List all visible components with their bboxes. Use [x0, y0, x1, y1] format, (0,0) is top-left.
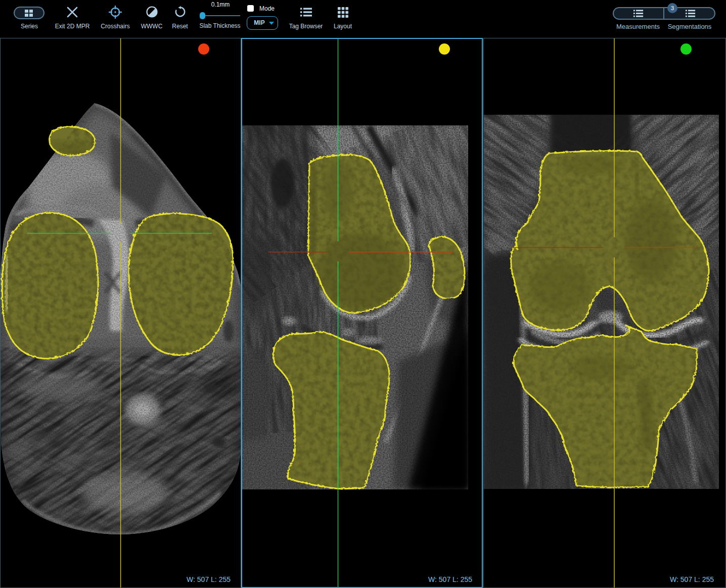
svg-text:W: 507 L: 255: W: 507 L: 255	[670, 575, 714, 583]
svg-text:W: 507 L: 255: W: 507 L: 255	[428, 575, 472, 583]
svg-text:W: 507 L: 255: W: 507 L: 255	[187, 575, 231, 583]
